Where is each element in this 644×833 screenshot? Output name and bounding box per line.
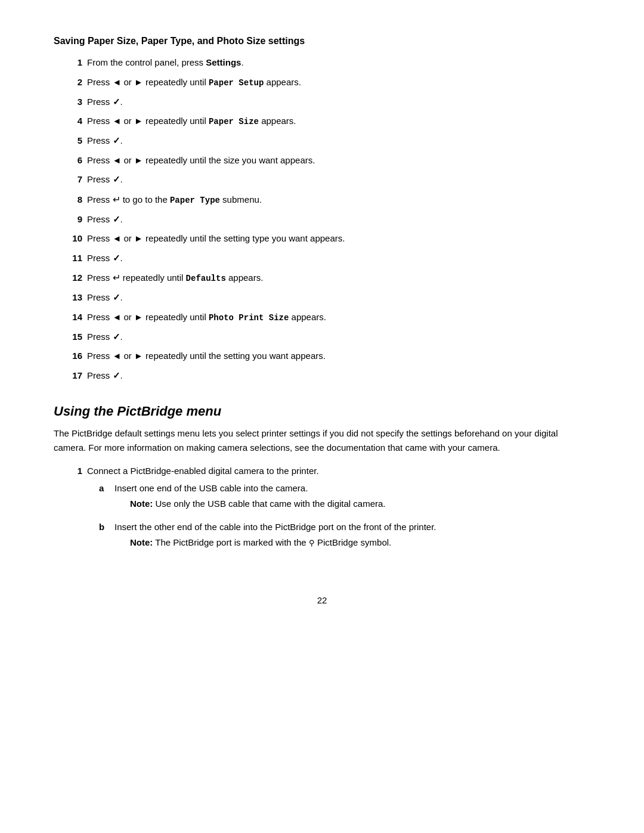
step-16-text: Press ◄ or ► repeatedly until the settin… [87, 349, 326, 363]
step-10: 10 Press ◄ or ► repeatedly until the set… [66, 232, 590, 246]
step-6-text: Press ◄ or ► repeatedly until the size y… [87, 154, 315, 168]
step-9-text: Press ✓. [87, 213, 123, 227]
step-14-num: 14 [66, 311, 82, 324]
step-8-text: Press ↵ to go to the Paper Type submenu. [87, 193, 262, 207]
step-14-text: Press ◄ or ► repeatedly until Photo Prin… [87, 311, 326, 324]
step-8: 8 Press ↵ to go to the Paper Type submen… [66, 193, 590, 207]
step-11-num: 11 [66, 252, 82, 265]
step-6-num: 6 [66, 154, 82, 168]
section1-heading: Saving Paper Size, Paper Type, and Photo… [54, 36, 590, 47]
section2-intro: The PictBridge default settings menu let… [54, 426, 590, 455]
step-1-num: 1 [66, 56, 82, 70]
step-1-text: From the control panel, press Settings. [87, 56, 244, 70]
step-2: 2 Press ◄ or ► repeatedly until Paper Se… [66, 76, 590, 89]
step-3-text: Press ✓. [87, 95, 123, 109]
page-number: 22 [54, 595, 590, 605]
step-3-num: 3 [66, 95, 82, 109]
note-a-label: Note: [130, 498, 153, 509]
sub-b-text: Insert the other end of the cable into t… [114, 521, 436, 555]
step-7: 7 Press ✓. [66, 173, 590, 187]
step-16: 16 Press ◄ or ► repeatedly until the set… [66, 349, 590, 363]
step-8-num: 8 [66, 193, 82, 207]
step-4-num: 4 [66, 114, 82, 128]
step-12-text: Press ↵ repeatedly until Defaults appear… [87, 271, 263, 285]
step-7-text: Press ✓. [87, 173, 123, 187]
note-a: Note: Use only the USB cable that came w… [130, 497, 386, 511]
step-10-num: 10 [66, 232, 82, 246]
sub-step-b: b Insert the other end of the cable into… [99, 521, 436, 555]
step-17-text: Press ✓. [87, 369, 123, 383]
step-2-text: Press ◄ or ► repeatedly until Paper Setu… [87, 76, 301, 89]
step-5-text: Press ✓. [87, 134, 123, 148]
step-4: 4 Press ◄ or ► repeatedly until Paper Si… [66, 114, 590, 128]
step-4-text: Press ◄ or ► repeatedly until Paper Size… [87, 114, 296, 128]
section2-title: Using the PictBridge menu [54, 404, 590, 419]
step-5-num: 5 [66, 134, 82, 148]
sub-step-a: a Insert one end of the USB cable into t… [99, 482, 436, 516]
step-13: 13 Press ✓. [66, 291, 590, 305]
note-b-label: Note: [130, 537, 153, 547]
step-10-text: Press ◄ or ► repeatedly until the settin… [87, 232, 345, 246]
step-14: 14 Press ◄ or ► repeatedly until Photo P… [66, 311, 590, 324]
step-15-text: Press ✓. [87, 330, 123, 344]
step-7-num: 7 [66, 173, 82, 187]
sub-b-label: b [99, 521, 111, 534]
step-5: 5 Press ✓. [66, 134, 590, 148]
step-3: 3 Press ✓. [66, 95, 590, 109]
step-17: 17 Press ✓. [66, 369, 590, 383]
pictbridge-icon: ⚲ [309, 537, 315, 549]
sub-a-text: Insert one end of the USB cable into the… [114, 482, 386, 516]
note-b: Note: The PictBridge port is marked with… [130, 536, 436, 550]
section2-step-1: 1 Connect a PictBridge-enabled digital c… [66, 465, 590, 559]
step-12: 12 Press ↵ repeatedly until Defaults app… [66, 271, 590, 285]
step-9: 9 Press ✓. [66, 213, 590, 227]
page: Saving Paper Size, Paper Type, and Photo… [0, 0, 644, 833]
step-16-num: 16 [66, 349, 82, 363]
step-13-num: 13 [66, 291, 82, 305]
step-15-num: 15 [66, 330, 82, 344]
section2-steps-list: 1 Connect a PictBridge-enabled digital c… [66, 465, 590, 559]
step-12-num: 12 [66, 271, 82, 285]
step-13-text: Press ✓. [87, 291, 123, 305]
step-11: 11 Press ✓. [66, 252, 590, 265]
step-9-num: 9 [66, 213, 82, 227]
steps-list: 1 From the control panel, press Settings… [66, 56, 590, 382]
step-1: 1 From the control panel, press Settings… [66, 56, 590, 70]
step-11-text: Press ✓. [87, 252, 123, 265]
step-17-num: 17 [66, 369, 82, 383]
section2-step-1-text: Connect a PictBridge-enabled digital cam… [87, 465, 436, 559]
section2-step-1-num: 1 [66, 465, 82, 478]
step-15: 15 Press ✓. [66, 330, 590, 344]
sub-steps-list: a Insert one end of the USB cable into t… [99, 482, 436, 555]
step-2-num: 2 [66, 76, 82, 89]
step-6: 6 Press ◄ or ► repeatedly until the size… [66, 154, 590, 168]
sub-a-label: a [99, 482, 111, 496]
